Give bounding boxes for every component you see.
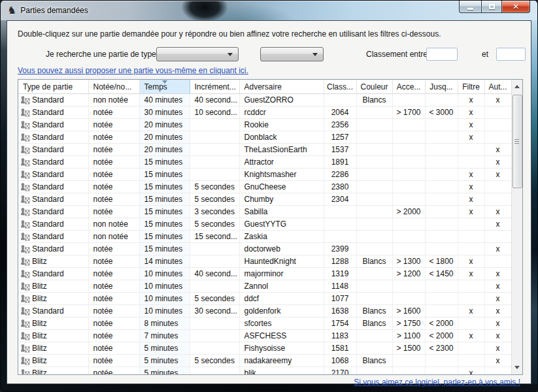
table-row[interactable]: Blitznotée8 minutessfcortes1754Blancs> 1… bbox=[18, 318, 511, 330]
close-button[interactable]: ✕ bbox=[501, 1, 530, 13]
game-type-select[interactable] bbox=[156, 47, 239, 61]
cell-auto: x bbox=[484, 293, 511, 305]
games-list: Type de partieNotée/no...TempsIncrément.… bbox=[18, 79, 523, 375]
cell-rating: 1257 bbox=[324, 131, 356, 144]
cell-increment bbox=[190, 318, 239, 330]
table-row[interactable]: Blitznotée5 minutes5 secondesnadakareemy… bbox=[18, 355, 511, 367]
cell-type: Standard bbox=[18, 231, 88, 243]
cell-time: 7 minutes bbox=[139, 330, 190, 342]
table-row[interactable]: Standardnon notée15 minutes5 secondesGue… bbox=[18, 218, 511, 231]
game-type-text: Standard bbox=[32, 206, 64, 218]
cell-rated: notée bbox=[88, 106, 139, 119]
cell-opponent: GuestZORRO bbox=[239, 94, 324, 106]
cell-rated: notée bbox=[88, 355, 139, 367]
table-row[interactable]: Standardnotée15 minutes3 secondesSabilla… bbox=[18, 206, 511, 218]
table-header-row: Type de partieNotée/no...TempsIncrément.… bbox=[18, 80, 511, 94]
column-header-time[interactable]: Temps bbox=[139, 80, 190, 94]
cell-rating: 1288 bbox=[324, 255, 356, 268]
cell-rating: 2286 bbox=[324, 169, 356, 181]
rating-max-input[interactable] bbox=[496, 48, 526, 61]
cell-auto: x bbox=[484, 268, 511, 280]
table-row[interactable]: Standardnotée15 minutes5 secondesChumby2… bbox=[18, 193, 511, 206]
column-header-type[interactable]: Type de partie bbox=[18, 80, 88, 94]
table-row[interactable]: Blitznotée7 minutesASFCHESS1183> 1100< 2… bbox=[18, 330, 511, 342]
cell-color bbox=[356, 280, 392, 293]
cell-rated: non notée bbox=[88, 231, 139, 243]
cell-rating: 1891 bbox=[324, 156, 356, 169]
cell-time: 20 minutes bbox=[139, 144, 190, 156]
cell-rating bbox=[324, 94, 356, 106]
column-header-min[interactable]: Acce... bbox=[392, 80, 425, 94]
table-row[interactable]: Standardnotée15 minutesKnightsmasher2286… bbox=[18, 169, 511, 181]
cell-max bbox=[425, 218, 458, 231]
table-row[interactable]: Blitznotée10 minutesZannol1148x bbox=[18, 280, 511, 293]
game-type-text: Standard bbox=[32, 218, 64, 230]
cell-increment bbox=[190, 119, 239, 131]
minimize-button[interactable] bbox=[459, 1, 482, 13]
cell-filter bbox=[458, 355, 484, 367]
cell-auto: x bbox=[484, 305, 511, 318]
cell-color bbox=[356, 131, 392, 144]
column-header-rating[interactable]: Class... bbox=[324, 80, 356, 94]
cell-min bbox=[392, 131, 425, 144]
column-header-increment[interactable]: Incrément... bbox=[190, 80, 239, 94]
propose-game-link[interactable]: Vous pouvez aussi proposer une partie vo… bbox=[18, 66, 248, 75]
cell-color bbox=[356, 193, 392, 206]
table-row[interactable]: Standardnotée20 minutesDonblack1257x bbox=[18, 131, 511, 144]
column-header-opponent[interactable]: Adversaire bbox=[239, 80, 324, 94]
cell-type: Standard bbox=[18, 131, 88, 144]
app-window: ♞ Parties demandées ✕ Double-cliquez sur… bbox=[0, 0, 538, 392]
cell-time: 15 minutes bbox=[139, 193, 190, 206]
scroll-down-button[interactable] bbox=[512, 362, 522, 373]
table-row[interactable]: Blitznotée14 minutesHauntedKnight1288Bla… bbox=[18, 255, 511, 268]
column-header-color[interactable]: Couleur bbox=[356, 80, 392, 94]
table-row[interactable]: Standardnotée15 minutes5 secondesGnuChee… bbox=[18, 181, 511, 193]
cell-color bbox=[356, 367, 392, 376]
table-row[interactable]: Blitznotée10 minutes5 secondesddcf1077x bbox=[18, 293, 511, 305]
chess-piece-icon bbox=[20, 257, 30, 267]
titlebar[interactable]: ♞ Parties demandées ✕ bbox=[1, 1, 537, 20]
cell-opponent: Rookie bbox=[239, 119, 324, 131]
cell-rated: notée bbox=[88, 181, 139, 193]
column-header-filter[interactable]: Filtre bbox=[458, 80, 484, 94]
chevron-down-icon bbox=[227, 53, 233, 56]
column-header-auto[interactable]: Aut... bbox=[484, 80, 511, 94]
column-header-rated[interactable]: Notée/no... bbox=[88, 80, 139, 94]
scroll-up-button[interactable] bbox=[512, 81, 522, 92]
table-row[interactable]: Blitznotée5 minutesFishysoisse1581> 1500… bbox=[18, 342, 511, 355]
cell-min bbox=[392, 355, 425, 367]
cell-min: > 1750 bbox=[392, 318, 425, 330]
table-row[interactable]: Standardnotée10 minutes30 second...golde… bbox=[18, 305, 511, 318]
table-row[interactable]: Standardnotée20 minutesRookie2356x bbox=[18, 119, 511, 131]
share-app-link[interactable]: Si vous aimez ce logiciel, parlez-en à v… bbox=[354, 378, 520, 387]
cell-rated: notée bbox=[88, 305, 139, 318]
cell-auto: x bbox=[484, 144, 511, 156]
cell-time: 10 minutes bbox=[139, 280, 190, 293]
cell-max bbox=[425, 131, 458, 144]
table-row[interactable]: Standardnotée20 minutesTheLastSionEarth1… bbox=[18, 144, 511, 156]
table-row[interactable]: Standardnon notée40 minutes40 second...G… bbox=[18, 94, 511, 106]
scrollbar-thumb[interactable] bbox=[513, 95, 522, 188]
table-row[interactable]: Blitznotée5 minutesblik2170x bbox=[18, 367, 511, 376]
game-speed-select[interactable] bbox=[260, 47, 324, 61]
cell-opponent: Attractor bbox=[239, 156, 324, 169]
cell-auto: x bbox=[484, 206, 511, 218]
cell-color bbox=[356, 342, 392, 355]
column-header-max[interactable]: Jusq... bbox=[425, 80, 458, 94]
table-row[interactable]: Standardnotée30 minutes10 second...rcddc… bbox=[18, 106, 511, 119]
table-row[interactable]: Standardnotée15 minutesdoctorweb2399x bbox=[18, 243, 511, 255]
game-type-text: Standard bbox=[32, 243, 64, 255]
and-label: et bbox=[482, 50, 488, 59]
cell-opponent: Sabilla bbox=[239, 206, 324, 218]
cell-opponent: blik bbox=[239, 367, 324, 376]
cell-filter: x bbox=[458, 268, 484, 280]
rating-min-input[interactable] bbox=[426, 48, 458, 61]
table-row[interactable]: Standardnotée10 minutes40 second...major… bbox=[18, 268, 511, 280]
cell-rating: 1068 bbox=[324, 355, 356, 367]
table-row[interactable]: Standardnotée15 minutesAttractor1891x bbox=[18, 156, 511, 169]
vertical-scrollbar[interactable] bbox=[511, 80, 522, 374]
cell-opponent: Chumby bbox=[239, 193, 324, 206]
table-row[interactable]: Standardnon notée15 minutes15 second...Z… bbox=[18, 231, 511, 243]
maximize-button[interactable] bbox=[482, 1, 501, 13]
cell-filter: x bbox=[458, 181, 484, 193]
